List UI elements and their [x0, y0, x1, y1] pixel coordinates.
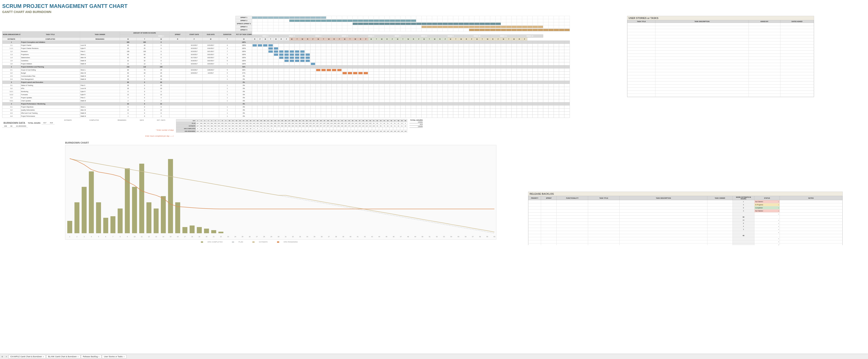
day-header: M	[421, 38, 427, 41]
task-row[interactable]: 4.2Quality DeliverablesAllen W1201210%	[2, 109, 570, 112]
release-backlog-table[interactable]: PRIORITY SPRINT FUNCTIONALITY TASK TITLE…	[528, 196, 842, 245]
sprint-label: SPRINTS SPRINT 3	[236, 22, 252, 25]
user-story-row[interactable]	[627, 45, 814, 48]
user-story-row[interactable]	[627, 51, 814, 54]
task-row[interactable]: 1.6Project InitiationMalik M121203/23/20…	[2, 62, 570, 65]
user-story-row[interactable]	[627, 94, 814, 97]
sprint-label: SPRINT 5	[236, 28, 252, 31]
task-row[interactable]: 3.1Status & TrackingPete S2002010%	[2, 84, 570, 87]
svg-text:12: 12	[148, 236, 150, 238]
day-header: T	[219, 38, 236, 41]
user-story-row[interactable]	[627, 63, 814, 66]
task-row[interactable]: 2.2BudgetAllen W6040203/29/20174/2/20175…	[2, 72, 570, 75]
backlog-row[interactable]: ▾	[528, 237, 842, 240]
backlog-row[interactable]: ▾	[528, 213, 842, 216]
backlog-row[interactable]: 8Completed▾	[528, 206, 842, 210]
user-story-row[interactable]	[627, 78, 814, 82]
day-header: T	[506, 38, 512, 41]
week-header: WEEK 7	[384, 34, 411, 38]
user-story-row[interactable]	[627, 82, 814, 85]
svg-rect-12	[154, 209, 159, 233]
svg-text:18: 18	[191, 236, 193, 238]
user-story-row[interactable]	[627, 29, 814, 32]
svg-text:24: 24	[234, 236, 236, 238]
svg-text:6: 6	[105, 236, 106, 238]
task-row[interactable]: 3.3.1Chart UpdatesMalik M20210%	[2, 99, 570, 103]
task-row[interactable]: 1.2ResearchPete S10010003/15/20173/21/20…	[2, 50, 570, 53]
user-stories-table[interactable]: TASK TITLE TASK DESCRIPTION ASKED BY DAT…	[627, 20, 814, 97]
backlog-row[interactable]: 8▾	[528, 222, 842, 225]
user-story-row[interactable]	[627, 85, 814, 88]
task-row[interactable]: 4.4Project PerformanceMalik M40410%	[2, 115, 570, 118]
day-header: F	[522, 38, 527, 41]
user-story-row[interactable]	[627, 57, 814, 60]
user-story-row[interactable]	[627, 35, 814, 38]
task-row[interactable]: 2.1Scope & Goal SettingSteve L8070103/24…	[2, 68, 570, 72]
task-row[interactable]: 2.3Communication PlanMalik M4004010%	[2, 75, 570, 78]
svg-rect-21	[218, 232, 223, 233]
user-story-row[interactable]	[627, 26, 814, 29]
task-row[interactable]: 4.3Effort and Cost TrackingMalik M80810%	[2, 112, 570, 115]
hdr-wbs: WORK BREAKDOWN STRUCTURE	[2, 31, 21, 38]
user-stories-title: USER STORIES or TASKS	[627, 16, 814, 20]
hdr-due: DUE DATE	[203, 31, 219, 38]
task-row[interactable]: 4Project Performance / Monitoring320320%	[2, 103, 570, 106]
page-subtitle: GANTT CHART AND BURNDOWN	[2, 10, 866, 13]
svg-text:34: 34	[307, 236, 308, 238]
user-story-row[interactable]	[627, 69, 814, 72]
user-story-row[interactable]	[627, 48, 814, 51]
user-story-row[interactable]	[627, 60, 814, 63]
task-row[interactable]: 3.2KPIsLeon W2002010%	[2, 87, 570, 90]
backlog-row[interactable]: 16▾	[528, 219, 842, 222]
backlog-row[interactable]: ▾	[528, 231, 842, 234]
user-story-row[interactable]	[627, 66, 814, 69]
backlog-row[interactable]: 40	[528, 234, 842, 237]
backlog-row[interactable]: 3Not Started▾	[528, 210, 842, 213]
bd-row-label: HRS COMPLETED	[176, 127, 196, 130]
bd-rem: 198	[2, 125, 8, 128]
svg-rect-7	[118, 209, 123, 233]
user-story-row[interactable]	[627, 38, 814, 42]
task-row[interactable]: 1.1.1Project Charter RevisionsKylie R252…	[2, 47, 570, 50]
day-header: F	[284, 38, 289, 41]
day-header: T	[136, 38, 153, 41]
day-header: F	[390, 38, 395, 41]
task-row[interactable]: 1.4StakeholdersAllen W404003/17/20173/22…	[2, 56, 570, 59]
user-story-row[interactable]	[627, 91, 814, 94]
backlog-row[interactable]: 4In Progress▾	[528, 203, 842, 206]
task-row[interactable]: 1.5GuidelinesMalik M323203/18/20173/22/2…	[2, 59, 570, 62]
backlog-row[interactable]: 4▾	[528, 225, 842, 228]
task-row[interactable]: 3.2.2ForecastsKylie R1201210%	[2, 93, 570, 96]
task-row[interactable]: 1.3ProjectionsSteve L606003/16/20173/22/…	[2, 53, 570, 56]
task-row[interactable]: 3Project Launch and Execution660660%	[2, 81, 570, 84]
task-row[interactable]: 3.3Project UpdatesPete S40410%	[2, 96, 570, 99]
backlog-row[interactable]: 1Not Started▾	[528, 200, 842, 203]
user-story-row[interactable]	[627, 54, 814, 57]
task-row[interactable]: 2.4Risk ManagementMalik M3003010%	[2, 78, 570, 81]
backlog-row[interactable]: 3▾	[528, 228, 842, 231]
svg-text:39: 39	[342, 236, 344, 238]
backlog-row[interactable]: 30	[528, 216, 842, 219]
day-header: T	[453, 38, 459, 41]
user-story-row[interactable]	[627, 88, 814, 91]
user-story-row[interactable]	[627, 75, 814, 78]
user-story-row[interactable]	[627, 32, 814, 35]
backlog-row[interactable]: ▾	[528, 243, 842, 245]
svg-text:54: 54	[451, 236, 452, 238]
user-story-row[interactable]	[627, 42, 814, 45]
task-row[interactable]: 1.1Project CharterLeon W404003/12/20173/…	[2, 44, 570, 47]
user-story-row[interactable]	[627, 23, 814, 26]
day-header: M	[342, 38, 347, 41]
task-row[interactable]: 1Project Conception and Initiation309309…	[2, 41, 570, 44]
task-row[interactable]: 4.1Project ObjectivesSteve L80810%	[2, 106, 570, 109]
day-header: W	[405, 38, 411, 41]
svg-text:31: 31	[285, 236, 286, 238]
backlog-row[interactable]: ▾	[528, 240, 842, 243]
day-header: W	[326, 38, 332, 41]
user-story-row[interactable]	[627, 72, 814, 75]
task-row[interactable]: 2Project Definition and Planning21011010…	[2, 65, 570, 68]
day-header: T	[294, 38, 300, 41]
svg-text:29: 29	[271, 236, 272, 238]
task-row[interactable]: 3.2.1MonitoringKylie R80810%	[2, 90, 570, 93]
rb-hdr-work: WORK ESTIMATE IN HOURS	[733, 196, 754, 200]
